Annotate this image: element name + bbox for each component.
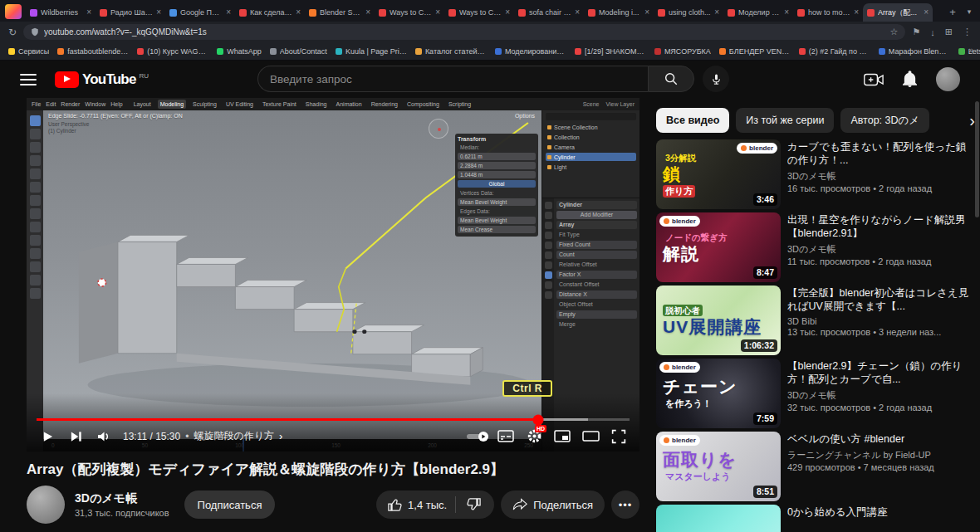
tab-close-icon[interactable] bbox=[714, 8, 719, 17]
youtube-logo[interactable]: YouTube RU bbox=[55, 71, 149, 88]
bookmark-item[interactable]: (10) Курс WAGON... bbox=[137, 47, 208, 56]
related-video-channel[interactable]: 3Dのメモ帳 bbox=[787, 170, 973, 183]
tab-close-icon[interactable] bbox=[575, 8, 580, 17]
omnibox[interactable]: youtube.com/watch?v=-_kqGQMDiNw&t=1s bbox=[23, 24, 905, 40]
channel-name[interactable]: 3Dのメモ帳 bbox=[75, 491, 169, 506]
bookmark-item[interactable]: fastaboutblender... bbox=[57, 47, 129, 56]
related-video-channel[interactable]: 3Dのメモ帳 bbox=[787, 243, 973, 256]
browser-tab[interactable]: Как сделал... bbox=[235, 3, 305, 22]
autoplay-toggle[interactable] bbox=[463, 424, 492, 449]
bookmark-star-icon[interactable] bbox=[890, 27, 899, 37]
tab-close-icon[interactable] bbox=[505, 8, 510, 17]
create-video-icon[interactable] bbox=[864, 72, 884, 87]
related-video-title[interactable]: カーブでも歪まない！配列を使った鎖の作り方！... bbox=[787, 140, 973, 167]
tab-close-icon[interactable] bbox=[296, 8, 301, 17]
downloads-icon[interactable]: ↓ bbox=[930, 27, 935, 37]
video-thumbnail[interactable]: blender チェーン を作ろう！ 7:59 bbox=[656, 359, 781, 428]
bookmark-item[interactable]: Сервисы bbox=[8, 47, 49, 56]
browser-tab[interactable]: Blender Sec... bbox=[305, 3, 375, 22]
refresh-icon[interactable]: ↻ bbox=[8, 27, 17, 37]
tab-close-icon[interactable] bbox=[435, 8, 440, 17]
collections-flag-icon[interactable]: ⚑ bbox=[912, 27, 920, 37]
related-video-title[interactable]: 【blender2.9】チェーン（鎖）の作り方！配列とカーブで自... bbox=[787, 359, 973, 386]
video-thumbnail[interactable]: blender ノードの繋ぎ方 解説 8:47 bbox=[656, 212, 781, 282]
related-video-title[interactable]: ベベルの使い方 #blender bbox=[787, 432, 973, 446]
related-video[interactable]: 0から始める入門講座 bbox=[656, 505, 973, 532]
browser-tab[interactable]: Wildberries bbox=[26, 3, 96, 22]
tab-close-icon[interactable] bbox=[365, 8, 370, 17]
mic-button[interactable] bbox=[703, 66, 729, 92]
related-video-title[interactable]: 出現！星空を作りながらノード解説男【blender2.91】 bbox=[787, 213, 973, 240]
subtitles-button[interactable] bbox=[492, 424, 520, 449]
related-video[interactable]: blender チェーン を作ろう！ 7:59 【blender2.9】チェーン… bbox=[656, 359, 973, 428]
next-button[interactable] bbox=[61, 424, 90, 449]
tab-close-icon[interactable] bbox=[86, 8, 91, 17]
bookmark-item[interactable]: Kuula | Page Pricing bbox=[336, 47, 407, 56]
chapter-label[interactable]: 螺旋階段の作り方 bbox=[194, 429, 274, 443]
fullscreen-button[interactable] bbox=[605, 424, 633, 449]
related-video[interactable]: blender 面取りを マスターしよう 8:51 ベベルの使い方 #blend… bbox=[656, 432, 973, 501]
related-video-channel[interactable]: ラーニングチャンネル by Field-UP bbox=[787, 449, 973, 461]
share-button[interactable]: Поделиться bbox=[501, 491, 605, 519]
tab-close-icon[interactable] bbox=[156, 8, 161, 17]
browser-tab[interactable]: Google Пер... bbox=[165, 3, 235, 22]
volume-button[interactable] bbox=[90, 424, 118, 449]
more-actions-button[interactable] bbox=[611, 491, 639, 519]
like-button[interactable]: 1,4 тыс. bbox=[380, 491, 455, 519]
related-video[interactable]: blender ノードの繋ぎ方 解説 8:47 出現！星空を作りながらノード解説… bbox=[656, 212, 973, 282]
bookmark-item[interactable]: БЛЕНДЕР VENTALL... bbox=[719, 47, 791, 56]
browser-tab[interactable]: Ways to Cr... bbox=[375, 3, 444, 22]
tab-close-icon[interactable] bbox=[854, 8, 859, 17]
play-button[interactable] bbox=[33, 424, 61, 449]
bookmark-item[interactable]: WhatsApp bbox=[217, 47, 262, 56]
video-player[interactable]: FileEditRenderWindowHelp LayoutModelingS… bbox=[27, 98, 639, 451]
browser-tab[interactable]: Modeling i... bbox=[584, 3, 654, 22]
filter-chip[interactable]: Из той же серии bbox=[736, 108, 834, 133]
search-button[interactable] bbox=[648, 66, 694, 92]
app-icon[interactable] bbox=[5, 4, 22, 19]
tab-search-icon[interactable] bbox=[962, 3, 977, 20]
video-thumbnail[interactable]: blender 3分解説 鎖 作り方 3:46 bbox=[656, 139, 781, 209]
bookmark-item[interactable]: Каталог статей - П... bbox=[415, 47, 487, 56]
channel-avatar[interactable] bbox=[27, 486, 65, 524]
video-thumbnail[interactable]: 脱初心者 UV展開講座 1:06:32 bbox=[656, 286, 781, 355]
related-video[interactable]: 脱初心者 UV展開講座 1:06:32 【完全版】blender初心者はコレさえ… bbox=[656, 286, 973, 355]
related-video-channel[interactable]: 3D Bibi bbox=[787, 316, 973, 326]
browser-tab[interactable]: Array（配... bbox=[863, 3, 933, 22]
browser-tab[interactable]: sofa chair m... bbox=[514, 3, 584, 22]
filter-chip[interactable]: Все видео bbox=[656, 108, 729, 133]
search-input[interactable] bbox=[270, 73, 636, 85]
filter-chip[interactable]: Автор: 3Dのメ bbox=[840, 108, 929, 133]
dislike-button[interactable] bbox=[456, 491, 491, 519]
tab-close-icon[interactable] bbox=[784, 8, 789, 17]
video-thumbnail[interactable] bbox=[656, 505, 781, 532]
related-video-channel[interactable]: 3Dのメモ帳 bbox=[787, 389, 973, 402]
tab-close-icon[interactable] bbox=[226, 8, 231, 17]
browser-tab[interactable]: Ways to Cre... bbox=[444, 3, 514, 22]
profile-avatar[interactable] bbox=[936, 67, 960, 91]
bookmark-item[interactable]: (2) #2 Гайд по Blen... bbox=[799, 47, 870, 56]
bookmark-item[interactable]: Марафон Blender... bbox=[879, 47, 950, 56]
new-tab-button[interactable] bbox=[944, 3, 961, 20]
related-video-title[interactable]: 0から始める入門講座 bbox=[787, 505, 973, 519]
browser-tab[interactable]: using cloth... bbox=[654, 3, 723, 22]
theater-mode-button[interactable] bbox=[576, 424, 605, 449]
related-video[interactable]: blender 3分解説 鎖 作り方 3:46 カーブでも歪まない！配列を使った… bbox=[656, 139, 973, 209]
bookmark-item[interactable]: [1/29] ЗНАКОМСТВ... bbox=[575, 47, 646, 56]
bookmark-item[interactable]: МЯСОРУБКА bbox=[654, 47, 711, 56]
tab-close-icon[interactable] bbox=[924, 8, 929, 17]
bookmark-item[interactable]: About/Contact bbox=[270, 47, 327, 56]
tab-close-icon[interactable] bbox=[644, 8, 649, 17]
extensions-icon[interactable]: ⊞ bbox=[945, 27, 953, 37]
video-thumbnail[interactable]: blender 面取りを マスターしよう 8:51 bbox=[656, 432, 781, 501]
miniplayer-button[interactable] bbox=[548, 424, 576, 449]
browser-tab[interactable]: Радио Шан... bbox=[96, 3, 165, 22]
browser-tab[interactable]: how to mod... bbox=[793, 3, 863, 22]
hamburger-menu-icon[interactable] bbox=[20, 74, 37, 85]
subscribe-button[interactable]: Подписаться bbox=[184, 491, 276, 519]
page-scrollbar[interactable] bbox=[975, 101, 979, 217]
browser-menu-icon[interactable]: ⋮ bbox=[963, 27, 972, 37]
bookmarks-overflow-icon[interactable] bbox=[968, 46, 973, 55]
settings-button[interactable]: HD bbox=[520, 424, 548, 449]
bookmark-item[interactable]: Моделирование и... bbox=[495, 47, 566, 56]
